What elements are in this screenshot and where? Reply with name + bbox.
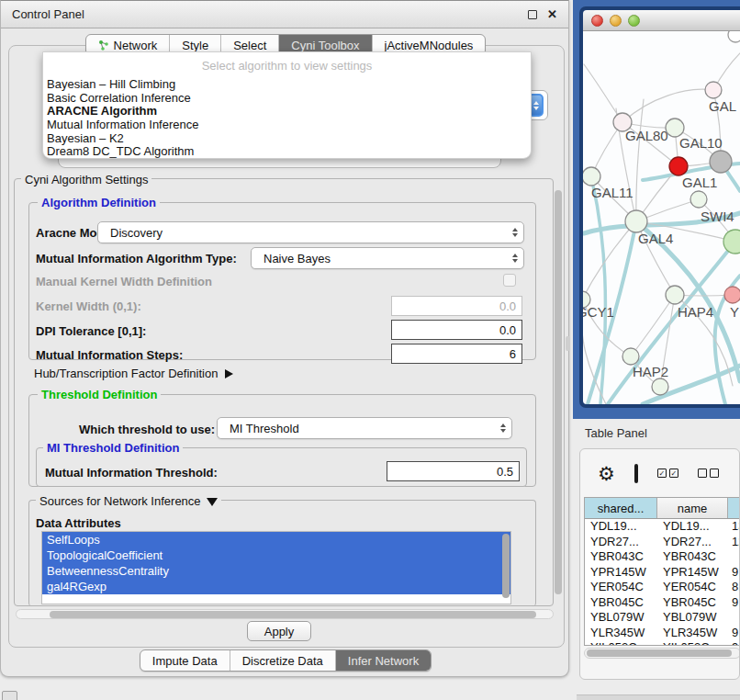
settings-group-title: Cyni Algorithm Settings [21, 173, 151, 186]
table-row[interactable]: YER054CYER054C8. [585, 580, 740, 595]
tab-label: Infer Network [348, 654, 419, 668]
tab-label: Discretize Data [242, 654, 323, 668]
apply-button[interactable]: Apply [247, 621, 311, 641]
mi-steps-field[interactable] [391, 344, 522, 364]
table-column-header[interactable] [728, 498, 740, 518]
table-row[interactable]: YLR345WYLR345W9. [585, 626, 740, 641]
checked-columns-icon[interactable]: ✓✓ [657, 469, 678, 478]
network-node[interactable] [652, 378, 668, 395]
hub-definition-toggle[interactable]: Hub/Transcription Factor Definition [34, 367, 233, 380]
table-row[interactable]: YDR27...YDR27...12 [585, 535, 740, 550]
network-node[interactable] [723, 230, 740, 254]
kernel-width-field[interactable] [391, 296, 522, 316]
data-attribute-item[interactable]: SelfLoops [42, 532, 510, 548]
table-cell: 9. [728, 565, 740, 581]
which-threshold-value: MI Threshold [230, 422, 299, 435]
node-label: GAL4 [638, 231, 673, 246]
network-node[interactable] [710, 151, 732, 173]
unchecked-columns-icon[interactable] [698, 469, 719, 478]
data-attribute-item[interactable]: gal4RGexp [42, 579, 510, 594]
table-cell: YLR345W [657, 626, 728, 641]
table-cell [728, 549, 740, 565]
network-node[interactable] [625, 210, 647, 232]
algorithm-option[interactable]: Bayesian – Hill Climbing [43, 78, 531, 92]
settings-horizontal-scrollbar[interactable] [50, 611, 536, 618]
network-node[interactable] [622, 348, 639, 365]
panel-splitter-handle[interactable] [566, 336, 570, 351]
table-cell: YBL079W [585, 610, 657, 626]
node-label: GAL [709, 98, 736, 114]
data-attribute-item[interactable]: TopologicalCoefficient [42, 548, 510, 563]
table-horizontal-scrollbar-track[interactable] [584, 648, 740, 659]
gear-icon[interactable]: ⚙ [598, 464, 615, 483]
table-horizontal-scrollbar[interactable] [587, 649, 732, 657]
table-cell: 13 [728, 519, 740, 535]
combo-stepper-icon [495, 423, 511, 433]
network-node[interactable] [724, 287, 740, 303]
table-cell: YDR27... [585, 535, 657, 550]
sources-title[interactable]: Sources for Network Inference [36, 494, 221, 508]
network-node[interactable] [728, 31, 740, 42]
table-panel-title: Table Panel [585, 426, 647, 440]
settings-vertical-scrollbar[interactable] [555, 190, 562, 594]
mi-threshold-field[interactable] [387, 461, 520, 481]
data-attribute-item[interactable]: BetweennessCentrality [42, 563, 510, 579]
network-node[interactable] [583, 167, 600, 186]
algorithm-option[interactable]: Basic Correlation Inference [43, 92, 531, 106]
tab-label: Cyni Toolbox [291, 39, 359, 52]
settings-horizontal-scrollbar-track[interactable] [16, 609, 554, 619]
network-node[interactable] [690, 191, 707, 208]
table-cell: YBR045C [585, 595, 657, 611]
zoom-traffic-light-icon[interactable] [628, 15, 640, 27]
tab-label: jActiveMNodules [385, 39, 474, 52]
bottom-tab-discretize-data[interactable]: Discretize Data [230, 650, 335, 671]
network-window-titlebar[interactable] [583, 10, 740, 31]
network-node[interactable] [705, 82, 722, 98]
algorithm-option[interactable]: Mutual Information Inference [43, 119, 531, 132]
node-label: GAL11 [591, 185, 633, 200]
node-label: HAP4 [678, 304, 713, 320]
aracne-mode-value: Discovery [110, 226, 163, 240]
dpi-tolerance-field[interactable] [391, 320, 522, 340]
table-column-header[interactable]: shared... [585, 498, 657, 518]
table-row[interactable]: YPR145WYPR145W9. [585, 565, 740, 581]
split-columns-icon[interactable] [634, 464, 638, 483]
close-panel-icon[interactable]: ✕ [547, 8, 557, 20]
table-cell: YIL053C [585, 640, 657, 646]
network-node[interactable] [666, 286, 684, 304]
table-row[interactable]: YDL19...YDL19...13 [585, 519, 740, 535]
node-table: shared...name YDL19...YDL19...13YDR27...… [584, 497, 740, 646]
bottom-tab-impute-data[interactable]: Impute Data [140, 650, 230, 671]
mi-type-select[interactable]: Naive Bayes [251, 247, 524, 269]
combo-stepper-icon [507, 228, 523, 237]
table-cell: YBL079W [657, 610, 728, 626]
float-panel-icon[interactable] [528, 10, 537, 19]
network-canvas[interactable]: GALGAL80GAL10GAL1GAL11SWI4GAL4GCY1HAP4YH… [583, 31, 740, 404]
table-row[interactable]: YIL053CYIL053C9 [585, 640, 740, 646]
network-node[interactable] [666, 119, 684, 137]
tab-label: Style [182, 39, 208, 52]
algorithm-option[interactable]: ARACNE Algorithm [43, 105, 531, 119]
table-row[interactable]: YBR043CYBR043C [585, 549, 740, 565]
bottom-tab-infer-network[interactable]: Infer Network [335, 650, 431, 671]
algorithm-option[interactable]: Dream8 DC_TDC Algorithm [43, 145, 531, 159]
network-node[interactable] [669, 157, 688, 175]
hub-definition-label: Hub/Transcription Factor Definition [34, 367, 218, 380]
collapsed-panel-icon[interactable] [2, 691, 17, 700]
algorithm-option[interactable]: Bayesian – K2 [43, 132, 531, 146]
table-row[interactable]: YBL079WYBL079W [585, 610, 740, 626]
list-scrollbar[interactable] [502, 534, 510, 598]
which-threshold-select[interactable]: MI Threshold [217, 417, 512, 439]
close-traffic-light-icon[interactable] [591, 15, 603, 27]
minimize-traffic-light-icon[interactable] [610, 15, 622, 27]
network-graph[interactable]: GALGAL80GAL10GAL1GAL11SWI4GAL4GCY1HAP4YH… [583, 31, 740, 404]
table-column-header[interactable]: name [657, 498, 728, 518]
manual-kernel-checkbox[interactable] [503, 274, 516, 287]
table-panel: ⚙ ✓✓ shared...name YDL19...YDL19...13YDR… [579, 448, 740, 680]
node-label: GCY1 [583, 304, 614, 320]
aracne-mode-select[interactable]: Discovery [97, 221, 524, 243]
table-row[interactable]: YBR045CYBR045C9. [585, 595, 740, 611]
screen: Control Panel ✕ NetworkStyleSelectCyni T… [0, 0, 740, 700]
algorithm-definition-title: Algorithm Definition [38, 196, 160, 209]
data-attributes-list[interactable]: SelfLoopsTopologicalCoefficientBetweenne… [41, 531, 511, 604]
